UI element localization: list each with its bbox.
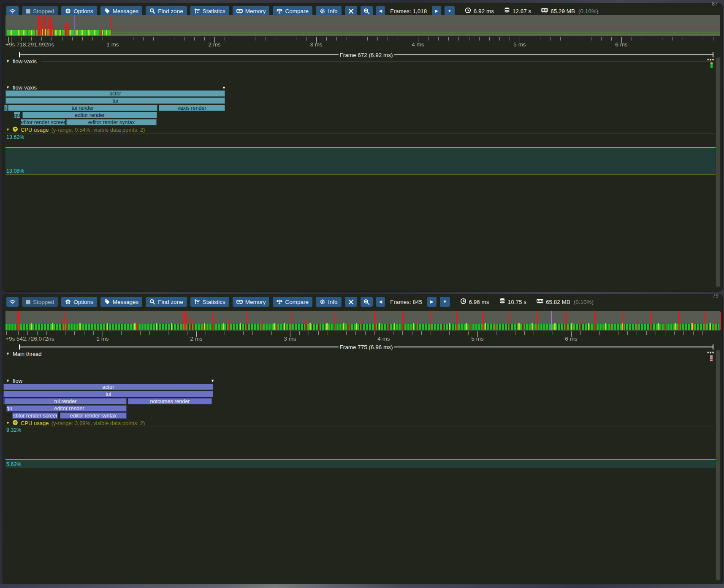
frame-cont-line [111,34,720,34]
cpu-usage-line [5,459,720,460]
database-icon [504,7,510,15]
zone-editor-render-screen[interactable]: editor render screen [21,119,65,125]
offscreen-zones-marker[interactable]: ▼▼▼ [706,59,714,68]
down-arrow-icon: ▼ [447,9,452,13]
cpu-usage-header[interactable]: ▼ CPU usage (y-range: 3.69%, visible dat… [6,420,145,426]
tick-label: 3 ms [284,336,296,342]
zone-editor-render-screen[interactable]: editor render screen [12,412,58,419]
frame-dropdown-button[interactable]: ▼ [445,6,455,16]
vertical-scrollbar[interactable] [716,57,721,288]
frame-range-label: Frame 775 (6.96 ms) [339,344,393,350]
zone-t[interactable]: t [4,105,8,111]
scrollbar-thumb[interactable] [716,57,720,287]
memory-label: Memory [245,8,266,14]
next-frame-button[interactable]: ▶ [432,6,441,16]
thread-header-flow-vaxis-1[interactable]: ▼ flow-vaxis [6,58,712,64]
cpu-max-value: 9.32% [6,427,21,433]
tools-button[interactable] [345,6,357,16]
collapsed-zone-strip [710,355,713,361]
frame-time-graph[interactable] [5,311,720,331]
thread-header-flow[interactable]: ▼ flow [6,378,712,384]
find-zone-button[interactable]: Find zone [146,297,187,307]
frame-marker-line [74,15,75,36]
fps-counter-top: 87 [712,1,718,7]
zone-editor-render[interactable]: editor render [12,405,127,412]
frame-spikes [5,311,720,331]
frame-cont-line [111,33,720,33]
vertical-scrollbar[interactable] [716,349,721,581]
thread-header-flow-vaxis-2[interactable]: ▼ flow-vaxis [6,84,712,90]
sort-up-icon [194,299,200,305]
zone-tui-render[interactable]: tui render [4,398,127,404]
cpu-top-line [5,133,720,133]
zone-actor[interactable]: actor [3,384,213,390]
scrollbar-thumb[interactable] [716,350,720,580]
cpu-min-value: 5.62% [6,461,21,467]
zone-gu[interactable]: gu [14,112,20,118]
tools-button[interactable] [345,297,357,307]
memory-button[interactable]: Memory [233,6,270,16]
zone-editor-render[interactable]: editor render [22,112,157,118]
find-zone-button[interactable]: Find zone [146,6,187,16]
options-button[interactable]: Options [61,297,97,307]
cpu-range-note: (y-range: 3.69%, visible data points: 2) [51,420,145,426]
frame-marker-line [551,311,552,331]
right-arrow-icon: ▶ [435,9,438,13]
crossed-tools-icon [348,8,354,14]
thread-header-main-thread[interactable]: ▼ Main thread [6,351,712,357]
connection-button[interactable] [6,6,19,16]
clock-icon [460,298,466,306]
messages-label: Messages [113,8,139,14]
compare-button[interactable]: Compare [273,297,312,307]
connection-button[interactable] [6,297,19,307]
options-button[interactable]: Options [61,6,97,16]
database-icon [499,298,505,306]
frame-dropdown-button[interactable]: ▼ [440,297,450,307]
stop-button[interactable]: Stopped [22,6,58,16]
frame-time-graph[interactable] [5,15,720,36]
zone-tui-render[interactable]: tui render [8,105,157,111]
compare-button[interactable]: Compare [273,6,312,16]
find-zone-label: Find zone [158,8,183,14]
info-button[interactable]: Info [316,6,342,16]
zone-tui[interactable]: tui [5,98,225,104]
options-label: Options [73,8,93,14]
range-cap [713,52,713,57]
zone-gu[interactable]: gu [6,405,12,412]
cpu-bottom-line [5,174,720,175]
ram-icon [537,298,543,305]
memory-icon [236,8,243,14]
info-button[interactable]: Info [316,297,342,307]
messages-button[interactable]: Messages [100,6,143,16]
offscreen-zones-marker[interactable]: ▼▼▼ [706,352,714,361]
sort-up-icon [194,8,200,14]
stop-button[interactable]: Stopped [22,297,58,307]
cpu-usage-header[interactable]: ▼ CPU usage (y-range: 0.54%, visible dat… [6,127,145,133]
prev-frame-button[interactable]: ◀ [376,6,385,16]
zone-tui[interactable]: tui [3,391,213,397]
left-arrow-icon: ◀ [379,300,382,304]
zone-editor-render-syntax[interactable]: editor render syntax [60,412,127,419]
zone-vaxis-render[interactable]: vaxis render [159,105,225,111]
cpu-bottom-line [5,468,720,468]
cpu-max-value: 13.62% [6,134,24,140]
memory-button[interactable]: Memory [233,297,270,307]
prev-frame-button[interactable]: ◀ [376,297,385,307]
zoom-in-button[interactable] [361,297,373,307]
frame-range-marker: Frame 672 (6.92 ms) [19,52,713,58]
time-axis[interactable]: +9s 542,726,072ns 1 ms 2 ms 3 ms 4 ms 5 … [5,331,720,342]
stop-label: Stopped [33,299,54,305]
frame-range-label: Frame 672 (6.92 ms) [339,52,393,58]
statistics-button[interactable]: Statistics [190,6,229,16]
capture-time-stat: 12.67 s [504,7,531,15]
next-frame-button[interactable]: ▶ [427,297,437,307]
thread-name: flow [13,378,22,384]
zone-actor[interactable]: actor [5,90,225,97]
messages-button[interactable]: Messages [100,297,143,307]
zoom-in-button[interactable] [361,6,373,16]
time-axis[interactable]: +9s 718,291,992ns 1 ms 2 ms 3 ms 4 ms 5 … [5,37,720,48]
zone-notcurses-render[interactable]: notcurses render [128,398,212,404]
statistics-button[interactable]: Statistics [190,297,229,307]
zone-editor-render-syntax[interactable]: editor render syntax [66,119,157,125]
collapsed-zones-icon: ▼▼▼ [706,352,714,354]
